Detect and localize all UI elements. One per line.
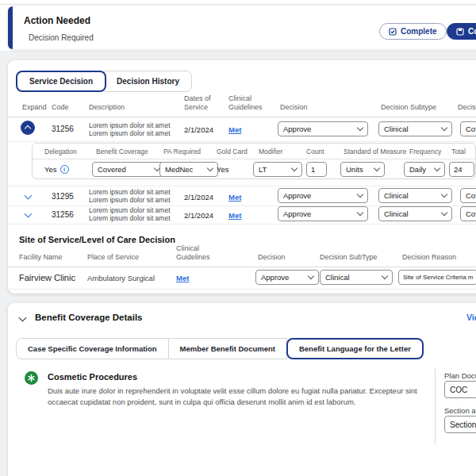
reason-value: Covered — [466, 209, 476, 218]
tab-benefit-language-letter[interactable]: Benefit Language for the Letter — [286, 338, 424, 359]
modifier-value: LT — [259, 165, 267, 174]
count-input[interactable] — [306, 162, 327, 177]
service-row: 31256 Lorem ipsum dolor sit amet Lorem i… — [8, 117, 476, 142]
benefit-heading: Cosmetic Procedures — [48, 372, 137, 382]
standard-value: Units — [346, 165, 363, 174]
col-benefit-coverage: Benefit Coverage — [96, 148, 148, 155]
collapse-row-button[interactable] — [21, 121, 35, 135]
banner-title: Action Needed — [24, 15, 90, 26]
description-cell: Lorem ipsum dolor sit amet Lorem ipsum d… — [89, 206, 182, 222]
benefit-coverage-value: Covered — [98, 165, 126, 174]
frequency-select[interactable]: Daily — [404, 162, 445, 177]
action-needed-banner: Action Needed Decision Required Complete… — [8, 6, 476, 49]
frequency-value: Daily — [409, 165, 426, 174]
section-label: Section and Page — [444, 406, 476, 415]
section-select[interactable]: Section 2. — [444, 416, 476, 433]
plan-document-select[interactable]: COC — [444, 381, 476, 398]
expand-row-button[interactable] — [25, 210, 33, 218]
code-cell: 31256 — [52, 125, 74, 133]
facility-name-cell: Fairview Clinic — [19, 273, 75, 282]
approved-asterisk-icon — [25, 371, 38, 385]
col-decision: Decision — [280, 103, 308, 112]
collapse-section-icon[interactable] — [19, 314, 27, 322]
sos-decision-select[interactable]: Approve — [255, 270, 319, 285]
decision-subtype-select[interactable]: Clinical — [378, 206, 452, 221]
total-input[interactable] — [449, 162, 474, 177]
tab-case-specific-coverage[interactable]: Case Specific Coverage Information — [16, 338, 169, 359]
col-decision-reason: Decision Reason — [402, 253, 456, 262]
chevron-down-icon — [308, 273, 314, 279]
place-of-service-cell: Ambulatory Surgical — [87, 274, 155, 282]
detail-header: Delegation Benefit Coverage PA Required … — [33, 144, 475, 159]
col-modifier: Modifier — [259, 148, 282, 155]
col-clinical-guidelines: Clinical Guidelines — [176, 244, 217, 262]
tab-service-decision[interactable]: Service Decision — [16, 71, 106, 92]
description-cell: Lorem ipsum dolor sit amet Lorem ipsum d… — [89, 121, 182, 137]
chevron-down-icon — [374, 165, 380, 171]
decision-value: Approve — [283, 209, 311, 218]
dates-cell: 2/1/2024 — [184, 211, 213, 220]
service-row: 31256 Lorem ipsum dolor sit amet Lorem i… — [8, 205, 476, 225]
clipboard-check-icon — [389, 28, 397, 36]
benefit-coverage-details-panel: Benefit Coverage Details View Case Speci… — [8, 303, 476, 476]
benefit-coverage-select[interactable]: Covered — [92, 162, 165, 177]
service-table-header: Expand Code Description Dates of Service… — [8, 95, 476, 117]
code-cell: 31295 — [52, 192, 74, 201]
decision-reason-select[interactable]: Covered — [460, 121, 476, 136]
decision-select[interactable]: Approve — [278, 188, 368, 203]
decision-select[interactable]: Approve — [278, 206, 368, 221]
subtype-value: Clinical — [384, 125, 409, 133]
col-standard-of-measure: Standard of Measure — [344, 148, 406, 155]
decision-subtype-select[interactable]: Clinical — [378, 121, 452, 136]
benefit-tabs: Case Specific Coverage Information Membe… — [16, 338, 424, 359]
chevron-down-icon — [207, 165, 213, 171]
site-of-service-title: Site of Service/Level of Care Decision — [19, 235, 175, 244]
col-clinical-guidelines: Clinical Guidelines — [228, 94, 270, 112]
chevron-down-icon — [291, 165, 298, 171]
info-icon[interactable] — [60, 165, 69, 174]
col-pa-required: PA Required — [163, 148, 201, 155]
top-divider — [0, 4, 476, 5]
sos-decision-subtype-select[interactable]: Clinical — [320, 270, 393, 285]
site-of-service-header: Facility Name Place of Service Clinical … — [8, 246, 476, 267]
expand-row-button[interactable] — [25, 192, 33, 200]
col-decision-subtype: Decision Subtype — [381, 103, 436, 112]
chevron-down-icon — [441, 125, 447, 131]
clinical-guidelines-link[interactable]: Met — [228, 193, 241, 202]
pa-required-select[interactable]: MedNec — [159, 162, 218, 177]
chevron-up-icon — [25, 125, 31, 132]
col-frequency: Frequency — [409, 148, 441, 155]
col-decision: Decision — [258, 253, 286, 262]
decision-select[interactable]: Approve — [278, 121, 368, 136]
decision-reason-select[interactable]: Covered — [460, 206, 476, 221]
decision-value: Approve — [283, 191, 311, 200]
decision-tabs: Service Decision Decision History — [16, 71, 192, 92]
chevron-down-icon — [382, 273, 388, 279]
chevron-down-icon — [357, 125, 363, 131]
subtype-value: Clinical — [384, 209, 409, 218]
save-icon — [456, 28, 464, 36]
vertical-divider — [435, 368, 436, 444]
gold-card-cell: Yes — [217, 165, 229, 174]
decision-value: Approve — [283, 125, 311, 133]
view-link[interactable]: View — [466, 313, 476, 322]
chevron-down-icon — [441, 191, 447, 198]
col-gold-card: Gold Card — [217, 148, 248, 155]
modifier-select[interactable]: LT — [253, 162, 302, 177]
tab-member-benefit-document[interactable]: Member Benefit Document — [169, 338, 287, 359]
complete-filled-label: Complete — [468, 27, 476, 36]
service-decision-panel: Service Decision Decision History Expand… — [8, 60, 476, 294]
decision-subtype-select[interactable]: Clinical — [378, 188, 452, 203]
complete-outline-button[interactable]: Complete — [379, 23, 447, 40]
clinical-guidelines-link[interactable]: Met — [176, 274, 189, 282]
sos-decision-reason-input[interactable] — [398, 270, 476, 285]
complete-filled-button[interactable]: Complete — [447, 23, 476, 40]
clinical-guidelines-link[interactable]: Met — [228, 125, 241, 134]
pa-required-value: MedNec — [165, 165, 193, 174]
tab-decision-history[interactable]: Decision History — [100, 71, 192, 92]
clinical-guidelines-link[interactable]: Met — [228, 211, 241, 220]
col-dates-of-service: Dates of Service — [184, 94, 219, 112]
standard-of-measure-select[interactable]: Units — [340, 162, 385, 177]
decision-reason-select[interactable]: Covered — [460, 188, 476, 203]
col-description: Description — [89, 103, 125, 112]
